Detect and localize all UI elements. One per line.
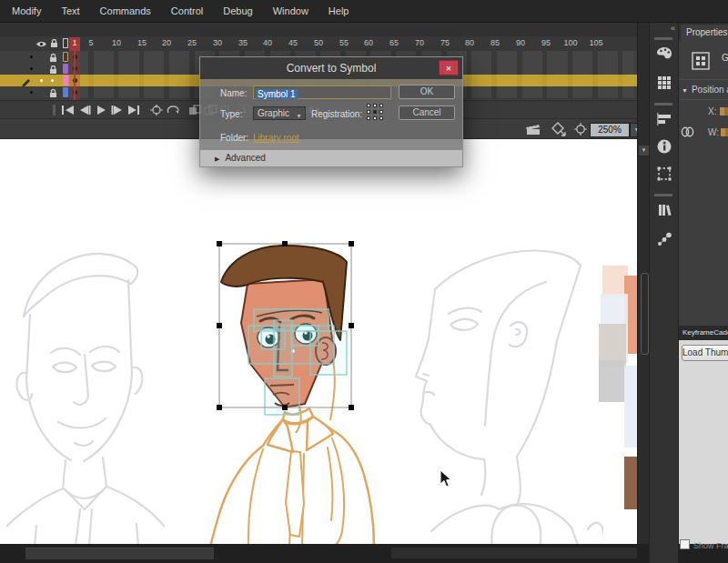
- section-title: Position and Size: [692, 85, 728, 95]
- registration-point-grid[interactable]: [367, 104, 385, 122]
- step-forward-button[interactable]: [109, 104, 126, 116]
- show-hide-all-layers-icon[interactable]: [35, 40, 47, 48]
- menu-window[interactable]: Window: [263, 0, 318, 23]
- convert-to-symbol-dialog: Convert to Symbol × Name: Symbol 1 OK Ty…: [199, 56, 463, 167]
- layer-outline-color-chip[interactable]: [63, 52, 68, 62]
- ok-button[interactable]: OK: [399, 85, 455, 99]
- horizontal-scrollbar-thumb[interactable]: [25, 548, 214, 559]
- section-collapse-arrow-icon[interactable]: ▼: [682, 87, 688, 94]
- dialog-close-button[interactable]: ×: [439, 60, 459, 75]
- library-panel-icon[interactable]: [655, 201, 673, 219]
- link-width-height-icon[interactable]: [681, 126, 694, 138]
- step-back-button[interactable]: [76, 104, 93, 116]
- center-frame-icon[interactable]: [148, 104, 165, 116]
- registration-point[interactable]: [373, 116, 377, 120]
- info-panel-icon[interactable]: [655, 137, 673, 156]
- vertical-scrollbar-thumb[interactable]: [641, 273, 649, 355]
- color-swatch-gray: [599, 360, 624, 402]
- divider: [679, 79, 728, 80]
- dock-group-label: [654, 194, 672, 196]
- symbol-type-dropdown[interactable]: Graphic ▼: [253, 106, 306, 120]
- section-position-and-size[interactable]: ▼Position and Size: [679, 85, 728, 95]
- timeline-top-edge: [0, 23, 649, 36]
- layer-outline-color-chip[interactable]: [63, 87, 68, 97]
- tab-keyframecaddy[interactable]: KeyframeCaddy: [679, 326, 728, 340]
- layer-visibility-dot[interactable]: [30, 91, 33, 94]
- ruler-number: 20: [162, 38, 171, 47]
- playhead-line[interactable]: [74, 51, 76, 100]
- folder-label: Folder:: [220, 133, 248, 143]
- motion-presets-panel-icon[interactable]: [655, 230, 673, 248]
- cancel-button[interactable]: Cancel: [399, 106, 455, 120]
- ruler-number: 95: [541, 38, 551, 47]
- menu-modify[interactable]: Modify: [2, 0, 51, 23]
- panel-drag-handle[interactable]: [53, 105, 56, 116]
- menu-text[interactable]: Text: [51, 0, 89, 23]
- symbol-thumbnail-icon: [692, 52, 710, 70]
- registration-point[interactable]: [367, 116, 370, 120]
- registration-point[interactable]: [379, 104, 383, 107]
- play-button[interactable]: [93, 104, 109, 116]
- lock-icon[interactable]: [49, 88, 57, 98]
- zoom-level-input[interactable]: 250%: [590, 123, 630, 137]
- menu-bar: Modify Text Commands Control Debug Windo…: [0, 0, 728, 23]
- layer-lock-dot[interactable]: [51, 79, 54, 82]
- edit-scene-icon[interactable]: [525, 123, 541, 136]
- layer-outline-color-chip[interactable]: [63, 75, 68, 85]
- edit-symbol-icon[interactable]: [550, 122, 566, 136]
- loop-playback-icon[interactable]: [165, 104, 181, 116]
- ruler-number: 75: [440, 38, 450, 47]
- layer-visibility-dot[interactable]: [30, 55, 33, 58]
- menu-control[interactable]: Control: [161, 0, 213, 23]
- ruler-number: 80: [465, 38, 474, 47]
- symbol-selection-boxes: [248, 309, 347, 415]
- menu-commands[interactable]: Commands: [90, 0, 161, 23]
- x-position-value-fragment[interactable]: [720, 107, 728, 116]
- dialog-title: Convert to Symbol: [200, 57, 462, 79]
- width-value-fragment[interactable]: [721, 128, 728, 136]
- registration-point[interactable]: [367, 110, 370, 114]
- show-frames-checkbox[interactable]: [680, 539, 690, 549]
- color-panel-icon[interactable]: [655, 45, 673, 63]
- dialog-title-bar[interactable]: Convert to Symbol ×: [200, 57, 462, 79]
- lock-icon[interactable]: [49, 53, 57, 63]
- symbol-type-text: Graphic: [722, 53, 728, 63]
- canvas-vertical-scrollbar[interactable]: ▼: [637, 23, 649, 563]
- ruler-number: 50: [314, 38, 323, 47]
- canvas-horizontal-scrollbar[interactable]: [0, 544, 649, 563]
- lock-all-layers-icon[interactable]: [50, 38, 58, 48]
- registration-point[interactable]: [367, 104, 370, 107]
- go-to-first-frame-button[interactable]: [60, 104, 76, 116]
- collapse-dock-icon[interactable]: «: [671, 24, 675, 33]
- menu-debug[interactable]: Debug: [213, 0, 262, 23]
- chevron-down-icon: ▼: [296, 110, 302, 122]
- registration-point[interactable]: [379, 116, 383, 120]
- transform-panel-icon[interactable]: [655, 165, 673, 183]
- advanced-expander[interactable]: ▶Advanced: [200, 150, 462, 166]
- menu-help[interactable]: Help: [318, 0, 359, 23]
- tab-properties[interactable]: Properties: [681, 25, 728, 41]
- registration-point-selected[interactable]: [373, 110, 377, 114]
- flash-application-window: Modify Text Commands Control Debug Windo…: [0, 0, 728, 563]
- load-thumbnails-button[interactable]: Load Thumbnails: [682, 345, 728, 361]
- center-stage-icon[interactable]: [574, 123, 587, 136]
- layer-visibility-dot[interactable]: [40, 79, 43, 82]
- stage-canvas[interactable]: [0, 139, 637, 546]
- symbol-name-input[interactable]: Symbol 1: [253, 85, 391, 99]
- layer-visibility-dot[interactable]: [30, 67, 33, 70]
- ruler-number: 25: [187, 38, 197, 47]
- registration-point[interactable]: [373, 104, 377, 107]
- panel-dropdown-arrow[interactable]: ▼: [639, 146, 649, 156]
- lock-icon[interactable]: [49, 65, 57, 75]
- swatches-panel-icon[interactable]: [655, 74, 673, 92]
- width-label: W:: [708, 127, 719, 137]
- ruler-number: 70: [415, 38, 424, 47]
- timeline-frame-ruler[interactable]: 1 5 10 15 20 25 30 35 40 45 50 55 60 65 …: [68, 36, 637, 51]
- registration-point[interactable]: [379, 110, 383, 114]
- go-to-last-frame-button[interactable]: [126, 104, 142, 116]
- ruler-number: 100: [563, 38, 577, 47]
- layer-outline-color-chip[interactable]: [63, 64, 68, 74]
- align-panel-icon[interactable]: [655, 110, 673, 128]
- character-artwork-selected[interactable]: [196, 235, 382, 546]
- folder-link[interactable]: Library root: [253, 133, 299, 143]
